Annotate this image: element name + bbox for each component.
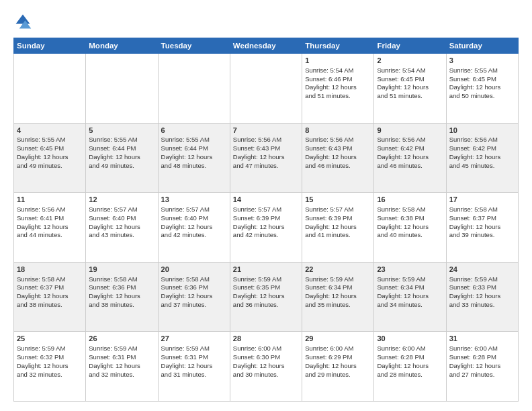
day-cell-30: 30Sunrise: 6:00 AM Sunset: 6:28 PM Dayli…: [374, 332, 446, 402]
day-info: Sunrise: 5:59 AM Sunset: 6:34 PM Dayligh…: [305, 275, 357, 308]
day-number: 17: [449, 195, 515, 205]
day-number: 30: [377, 334, 443, 344]
empty-cell: [86, 54, 158, 124]
day-info: Sunrise: 5:55 AM Sunset: 6:44 PM Dayligh…: [89, 136, 140, 169]
day-info: Sunrise: 5:55 AM Sunset: 6:45 PM Dayligh…: [449, 66, 501, 99]
day-cell-18: 18Sunrise: 5:58 AM Sunset: 6:37 PM Dayli…: [14, 262, 86, 332]
day-cell-23: 23Sunrise: 5:59 AM Sunset: 6:34 PM Dayli…: [374, 262, 446, 332]
day-info: Sunrise: 5:57 AM Sunset: 6:39 PM Dayligh…: [233, 205, 285, 238]
day-number: 14: [233, 195, 299, 205]
day-info: Sunrise: 5:58 AM Sunset: 6:36 PM Dayligh…: [161, 275, 213, 308]
header-row: SundayMondayTuesdayWednesdayThursdayFrid…: [14, 38, 519, 54]
day-header-wednesday: Wednesday: [230, 38, 302, 54]
day-cell-1: 1Sunrise: 5:54 AM Sunset: 6:46 PM Daylig…: [302, 54, 374, 124]
day-header-sunday: Sunday: [14, 38, 86, 54]
empty-cell: [230, 54, 302, 124]
day-header-monday: Monday: [86, 38, 158, 54]
day-cell-4: 4Sunrise: 5:55 AM Sunset: 6:45 PM Daylig…: [14, 123, 86, 193]
day-number: 23: [377, 265, 443, 275]
week-row-0: 1Sunrise: 5:54 AM Sunset: 6:46 PM Daylig…: [14, 54, 519, 124]
day-number: 19: [89, 265, 154, 275]
day-number: 3: [449, 56, 515, 66]
day-cell-24: 24Sunrise: 5:59 AM Sunset: 6:33 PM Dayli…: [446, 262, 518, 332]
day-number: 26: [89, 334, 154, 344]
day-number: 12: [89, 195, 154, 205]
day-info: Sunrise: 6:00 AM Sunset: 6:28 PM Dayligh…: [377, 345, 429, 377]
day-cell-9: 9Sunrise: 5:56 AM Sunset: 6:42 PM Daylig…: [374, 123, 446, 193]
day-cell-17: 17Sunrise: 5:58 AM Sunset: 6:37 PM Dayli…: [446, 193, 518, 263]
day-cell-19: 19Sunrise: 5:58 AM Sunset: 6:36 PM Dayli…: [86, 262, 158, 332]
day-number: 25: [17, 334, 83, 344]
day-number: 5: [89, 126, 154, 136]
day-number: 24: [449, 265, 515, 275]
week-row-1: 4Sunrise: 5:55 AM Sunset: 6:45 PM Daylig…: [14, 123, 519, 193]
day-number: 2: [377, 56, 443, 66]
day-header-tuesday: Tuesday: [158, 38, 230, 54]
day-info: Sunrise: 5:58 AM Sunset: 6:37 PM Dayligh…: [17, 275, 69, 308]
day-number: 31: [449, 334, 515, 344]
day-number: 7: [233, 126, 299, 136]
header: [13, 12, 519, 31]
day-cell-31: 31Sunrise: 6:00 AM Sunset: 6:28 PM Dayli…: [446, 332, 518, 402]
day-cell-12: 12Sunrise: 5:57 AM Sunset: 6:40 PM Dayli…: [86, 193, 158, 263]
day-number: 11: [17, 195, 83, 205]
day-header-friday: Friday: [374, 38, 446, 54]
day-number: 1: [305, 56, 371, 66]
empty-cell: [14, 54, 86, 124]
day-cell-10: 10Sunrise: 5:56 AM Sunset: 6:42 PM Dayli…: [446, 123, 518, 193]
week-row-4: 25Sunrise: 5:59 AM Sunset: 6:32 PM Dayli…: [14, 332, 519, 402]
day-cell-29: 29Sunrise: 6:00 AM Sunset: 6:29 PM Dayli…: [302, 332, 374, 402]
day-header-thursday: Thursday: [302, 38, 374, 54]
page: SundayMondayTuesdayWednesdayThursdayFrid…: [0, 0, 532, 411]
day-info: Sunrise: 5:59 AM Sunset: 6:33 PM Dayligh…: [449, 275, 501, 308]
day-cell-13: 13Sunrise: 5:57 AM Sunset: 6:40 PM Dayli…: [158, 193, 230, 263]
day-info: Sunrise: 5:54 AM Sunset: 6:46 PM Dayligh…: [305, 66, 357, 99]
day-cell-2: 2Sunrise: 5:54 AM Sunset: 6:45 PM Daylig…: [374, 54, 446, 124]
day-cell-27: 27Sunrise: 5:59 AM Sunset: 6:31 PM Dayli…: [158, 332, 230, 402]
day-cell-7: 7Sunrise: 5:56 AM Sunset: 6:43 PM Daylig…: [230, 123, 302, 193]
day-info: Sunrise: 5:56 AM Sunset: 6:43 PM Dayligh…: [233, 136, 285, 169]
day-number: 18: [17, 265, 83, 275]
day-cell-21: 21Sunrise: 5:59 AM Sunset: 6:35 PM Dayli…: [230, 262, 302, 332]
day-number: 9: [377, 126, 443, 136]
day-cell-22: 22Sunrise: 5:59 AM Sunset: 6:34 PM Dayli…: [302, 262, 374, 332]
day-info: Sunrise: 6:00 AM Sunset: 6:29 PM Dayligh…: [305, 345, 357, 377]
day-cell-25: 25Sunrise: 5:59 AM Sunset: 6:32 PM Dayli…: [14, 332, 86, 402]
day-cell-8: 8Sunrise: 5:56 AM Sunset: 6:43 PM Daylig…: [302, 123, 374, 193]
day-info: Sunrise: 5:56 AM Sunset: 6:42 PM Dayligh…: [377, 136, 429, 169]
day-info: Sunrise: 5:59 AM Sunset: 6:31 PM Dayligh…: [161, 345, 213, 377]
day-number: 21: [233, 265, 299, 275]
day-number: 15: [305, 195, 371, 205]
day-number: 13: [161, 195, 227, 205]
day-number: 20: [161, 265, 227, 275]
day-info: Sunrise: 5:59 AM Sunset: 6:35 PM Dayligh…: [233, 275, 285, 308]
logo: [13, 12, 35, 31]
day-cell-14: 14Sunrise: 5:57 AM Sunset: 6:39 PM Dayli…: [230, 193, 302, 263]
day-info: Sunrise: 6:00 AM Sunset: 6:28 PM Dayligh…: [449, 345, 501, 377]
week-row-3: 18Sunrise: 5:58 AM Sunset: 6:37 PM Dayli…: [14, 262, 519, 332]
day-cell-20: 20Sunrise: 5:58 AM Sunset: 6:36 PM Dayli…: [158, 262, 230, 332]
day-info: Sunrise: 5:57 AM Sunset: 6:39 PM Dayligh…: [305, 205, 357, 238]
day-info: Sunrise: 5:57 AM Sunset: 6:40 PM Dayligh…: [89, 205, 140, 238]
day-cell-16: 16Sunrise: 5:58 AM Sunset: 6:38 PM Dayli…: [374, 193, 446, 263]
day-number: 4: [17, 126, 83, 136]
svg-marker-0: [16, 15, 30, 24]
calendar: SundayMondayTuesdayWednesdayThursdayFrid…: [13, 38, 519, 402]
day-info: Sunrise: 5:55 AM Sunset: 6:44 PM Dayligh…: [161, 136, 213, 169]
day-info: Sunrise: 5:58 AM Sunset: 6:37 PM Dayligh…: [449, 205, 501, 238]
day-info: Sunrise: 5:56 AM Sunset: 6:42 PM Dayligh…: [449, 136, 501, 169]
day-info: Sunrise: 5:54 AM Sunset: 6:45 PM Dayligh…: [377, 66, 429, 99]
day-info: Sunrise: 5:57 AM Sunset: 6:40 PM Dayligh…: [161, 205, 213, 238]
day-cell-5: 5Sunrise: 5:55 AM Sunset: 6:44 PM Daylig…: [86, 123, 158, 193]
day-info: Sunrise: 5:59 AM Sunset: 6:31 PM Dayligh…: [89, 345, 140, 377]
day-cell-3: 3Sunrise: 5:55 AM Sunset: 6:45 PM Daylig…: [446, 54, 518, 124]
day-number: 22: [305, 265, 371, 275]
day-cell-26: 26Sunrise: 5:59 AM Sunset: 6:31 PM Dayli…: [86, 332, 158, 402]
day-info: Sunrise: 5:58 AM Sunset: 6:38 PM Dayligh…: [377, 205, 429, 238]
day-header-saturday: Saturday: [446, 38, 518, 54]
day-info: Sunrise: 5:59 AM Sunset: 6:34 PM Dayligh…: [377, 275, 429, 308]
day-number: 28: [233, 334, 299, 344]
day-info: Sunrise: 5:58 AM Sunset: 6:36 PM Dayligh…: [89, 275, 140, 308]
day-cell-6: 6Sunrise: 5:55 AM Sunset: 6:44 PM Daylig…: [158, 123, 230, 193]
week-row-2: 11Sunrise: 5:56 AM Sunset: 6:41 PM Dayli…: [14, 193, 519, 263]
